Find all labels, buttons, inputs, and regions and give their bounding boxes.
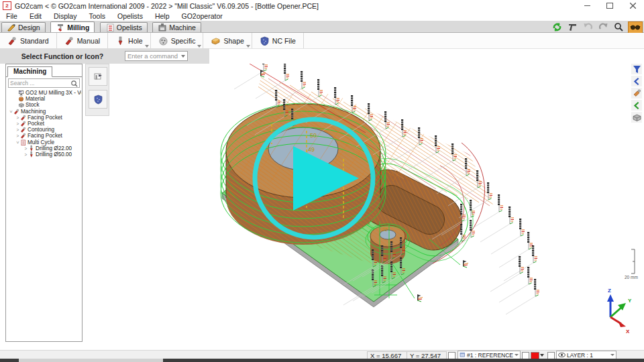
progress-segment <box>19 359 163 362</box>
title-bar: 2 GO2cam < © GO2cam International 2009 -… <box>0 0 644 12</box>
undo-button[interactable] <box>582 22 594 33</box>
minimize-button[interactable] <box>576 0 598 11</box>
status-bar: X = 15.667 Y = 27.547 #1 : REFERENCE LAY… <box>0 350 644 359</box>
tab-machine[interactable]: Machine <box>152 22 201 32</box>
command-input[interactable]: Enter a command <box>125 51 188 61</box>
part-boss <box>366 224 410 264</box>
standard-button[interactable]: Standard <box>0 33 57 48</box>
undo-icon <box>583 22 593 32</box>
design-icon <box>7 23 16 32</box>
axis-triad: Z Y X <box>607 288 632 335</box>
nc-file-button[interactable]: NC File <box>252 33 304 48</box>
close-icon <box>630 3 636 9</box>
maximize-icon <box>606 3 613 9</box>
maximize-button[interactable] <box>598 0 621 11</box>
nc-file-icon <box>260 36 269 46</box>
depth-label-50: 50 <box>310 132 317 139</box>
glasses-icon <box>630 22 641 32</box>
app-logo-icon: 2 <box>3 1 11 10</box>
ribbon-tab-row: Design Milling Opelists Machine <box>0 21 644 33</box>
menu-file[interactable]: File <box>0 12 23 20</box>
hole-button[interactable]: Hole <box>108 33 151 48</box>
depth-label-49: 49 <box>308 146 315 153</box>
view-glasses-button[interactable] <box>628 21 643 34</box>
command-prompt-label: Select Function or Icon? <box>0 52 125 60</box>
bottom-progress-strip <box>0 359 644 362</box>
color-dropdown-icon[interactable] <box>540 354 544 357</box>
viewport-3d[interactable]: 50 49 22 20 mm Z Y X <box>0 64 644 350</box>
redo-button[interactable] <box>597 22 609 33</box>
specific-button[interactable]: Specific <box>151 33 204 48</box>
shape-button[interactable]: Shape <box>203 33 252 48</box>
tab-opelists[interactable]: Opelists <box>100 22 148 32</box>
ribbon-button-row: Standard Manual Hole Specific Shape NC F… <box>0 33 644 49</box>
manual-button[interactable]: Manual <box>57 33 108 48</box>
menu-go2operator[interactable]: GO2operator <box>176 12 229 20</box>
manual-icon <box>64 36 74 46</box>
chevron-down-icon <box>515 354 519 356</box>
menu-edit[interactable]: Edit <box>23 12 48 20</box>
dropdown-arrow-icon <box>145 45 149 48</box>
minimize-icon <box>584 5 590 7</box>
caliper-button[interactable] <box>566 22 578 33</box>
milling-icon <box>56 23 65 32</box>
window-title: GO2cam < © GO2cam International 2009 - 2… <box>15 2 319 10</box>
menu-help[interactable]: Help <box>149 12 176 20</box>
axis-x-label: X <box>626 328 630 335</box>
caliper-icon <box>568 22 578 32</box>
scale-label: 20 mm <box>625 275 638 280</box>
close-button[interactable] <box>621 0 644 11</box>
axis-z-label: Z <box>608 288 611 294</box>
machine-icon <box>158 23 167 32</box>
magnifier-icon <box>614 22 624 32</box>
tab-machining-panel[interactable]: Machining <box>7 66 52 77</box>
dropdown-arrow-icon <box>197 45 201 48</box>
scale-ruler: 20 mm <box>625 249 638 280</box>
quick-tools-row-1 <box>551 21 643 33</box>
dropdown-arrow-icon <box>246 45 250 48</box>
sync-button[interactable] <box>551 22 563 33</box>
zoom-button[interactable] <box>612 22 625 33</box>
standard-icon <box>7 36 17 46</box>
opelists-icon <box>105 23 115 32</box>
menu-opelists[interactable]: Opelists <box>111 12 149 20</box>
tab-milling[interactable]: Milling <box>50 21 95 32</box>
axis-y-label: Y <box>628 298 632 304</box>
command-bar: Select Function or Icon? Enter a command <box>0 48 209 64</box>
shape-icon <box>211 36 220 46</box>
chevron-down-icon <box>181 55 185 58</box>
sync-icon <box>552 22 562 32</box>
menu-tools[interactable]: Tools <box>83 12 111 20</box>
chevron-down-icon <box>610 354 614 356</box>
depth-label-22: 22 <box>382 227 388 232</box>
menu-bar: File Edit Display Tools Opelists Help GO… <box>0 11 644 21</box>
tab-design[interactable]: Design <box>1 22 46 32</box>
eye-icon <box>558 351 566 359</box>
redo-icon <box>598 22 608 32</box>
specific-icon <box>158 36 168 46</box>
plane-icon <box>460 351 466 359</box>
menu-display[interactable]: Display <box>48 12 83 20</box>
hole-icon <box>115 36 125 46</box>
